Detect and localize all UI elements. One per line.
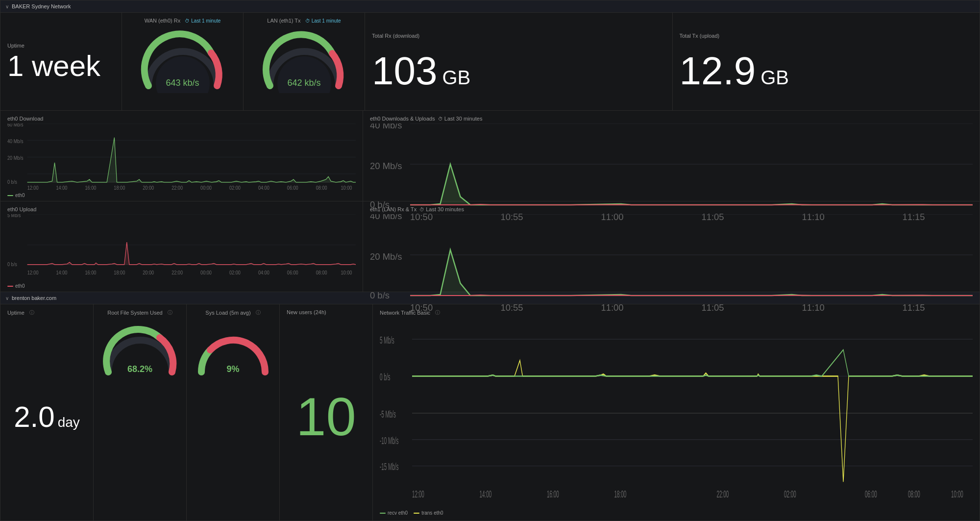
svg-text:0 b/s: 0 b/s	[7, 262, 17, 268]
svg-text:20 Mb/s: 20 Mb/s	[370, 251, 402, 262]
svg-text:00:00: 00:00	[200, 270, 212, 276]
svg-text:11:00: 11:00	[601, 302, 624, 313]
legend-eth0: eth0	[7, 193, 24, 198]
svg-text:10:00: 10:00	[341, 270, 352, 276]
svg-text:08:00: 08:00	[316, 270, 327, 276]
section1-header: ∨ BAKER Sydney Network	[0, 0, 980, 13]
root-fs-value: 68.2%	[127, 364, 152, 374]
network-traffic-panel: Network Traffic Basic ⓘ 5 Mb/s 0 b/s -5 …	[373, 304, 980, 521]
svg-text:11:10: 11:10	[802, 302, 825, 313]
section2-chevron: ∨	[5, 296, 9, 301]
new-users-title: New users (24h)	[287, 309, 326, 315]
eth0-dl-ul-panel: eth0 Downloads & Uploads ⏱ Last 30 minut…	[363, 111, 980, 201]
wan-rx-title: WAN (eth0) Rx ⏱ Last 1 minute	[145, 18, 221, 24]
total-rx-value: 103 GB	[372, 51, 665, 91]
svg-text:10:00: 10:00	[341, 185, 352, 191]
svg-text:00:00: 00:00	[200, 185, 212, 191]
svg-marker-42	[27, 242, 356, 265]
wan-rx-panel: WAN (eth0) Rx ⏱ Last 1 minute 643	[122, 13, 244, 110]
top-row: Uptime 1 week WAN (eth0) Rx ⏱ Last 1 min…	[0, 13, 980, 111]
svg-text:40 Mb/s: 40 Mb/s	[7, 138, 24, 144]
svg-text:22:00: 22:00	[717, 489, 729, 499]
network-traffic-legend: recv eth0 trans eth0	[380, 510, 973, 516]
lan-tx-value: 642 kb/s	[287, 78, 320, 88]
svg-marker-61	[410, 250, 973, 296]
svg-text:20 Mb/s: 20 Mb/s	[370, 161, 402, 171]
eth0-download-chart: 60 Mb/s 40 Mb/s 20 Mb/s 0 b/s 12:00 14:0…	[7, 124, 356, 191]
svg-text:14:00: 14:00	[56, 185, 68, 191]
eth0-upload-title: eth0 Upload	[7, 206, 356, 212]
svg-text:14:00: 14:00	[480, 489, 492, 499]
svg-text:10:55: 10:55	[501, 302, 523, 313]
lan-tx-title: LAN (eth1) Tx ⏱ Last 1 minute	[267, 18, 341, 24]
svg-text:06:00: 06:00	[865, 489, 877, 499]
svg-text:02:00: 02:00	[229, 185, 241, 191]
svg-text:06:00: 06:00	[287, 270, 298, 276]
sys-load-panel: Sys Load (5m avg) ⓘ 9%	[187, 304, 280, 521]
total-tx-value: 12.9 GB	[680, 51, 973, 91]
svg-text:60 Mb/s: 60 Mb/s	[7, 124, 24, 127]
svg-text:12:00: 12:00	[412, 489, 424, 499]
wan-rx-gauge: 643 kb/s	[139, 29, 227, 93]
svg-text:10:50: 10:50	[410, 302, 433, 313]
svg-text:40 Mb/s: 40 Mb/s	[370, 214, 402, 221]
middle-row-2: eth0 Upload 5 Mb/s 0 b/s 12:00 14:00 16:…	[0, 201, 980, 292]
svg-text:12:00: 12:00	[27, 185, 39, 191]
svg-text:18:00: 18:00	[114, 270, 125, 276]
wan-rx-time: ⏱ Last 1 minute	[185, 18, 220, 24]
uptime-value: 1 week	[7, 51, 115, 81]
svg-text:14:00: 14:00	[56, 270, 68, 276]
svg-text:22:00: 22:00	[172, 270, 183, 276]
dashboard: ∨ BAKER Sydney Network Uptime 1 week WAN…	[0, 0, 980, 521]
svg-text:20 Mb/s: 20 Mb/s	[7, 155, 24, 161]
svg-text:-5 Mb/s: -5 Mb/s	[380, 409, 396, 419]
total-rx-title: Total Rx (download)	[372, 33, 665, 39]
svg-text:06:00: 06:00	[287, 185, 298, 191]
section1-title: BAKER Sydney Network	[12, 3, 71, 9]
network-traffic-chart: 5 Mb/s 0 b/s -5 Mb/s -10 Mb/s -15 Mb/s 1…	[380, 318, 973, 508]
new-users-panel: New users (24h) 10	[280, 304, 373, 521]
eth0-download-legend: eth0	[7, 193, 356, 198]
svg-text:0 b/s: 0 b/s	[370, 199, 390, 210]
root-fs-title: Root File System Used ⓘ	[107, 309, 172, 316]
lan-tx-gauge: 642 kb/s	[260, 29, 348, 93]
svg-text:12:00: 12:00	[27, 270, 39, 276]
svg-text:04:00: 04:00	[258, 270, 270, 276]
sys-load-title: Sys Load (5m avg) ⓘ	[205, 309, 260, 316]
eth0-download-panel: eth0 Download 60 Mb/s 40 Mb/s 20 Mb/s 0 …	[0, 111, 363, 201]
chevron-icon: ∨	[5, 4, 9, 9]
eth0-upload-chart: 5 Mb/s 0 b/s 12:00 14:00 16:00 18:00 20:…	[7, 214, 356, 281]
svg-text:16:00: 16:00	[85, 270, 96, 276]
uptime-title: Uptime	[7, 43, 115, 49]
svg-text:5 Mb/s: 5 Mb/s	[7, 214, 21, 218]
svg-text:22:00: 22:00	[172, 185, 183, 191]
svg-text:02:00: 02:00	[229, 270, 241, 276]
svg-text:16:00: 16:00	[547, 489, 559, 499]
svg-text:-10 Mb/s: -10 Mb/s	[380, 435, 399, 446]
svg-text:08:00: 08:00	[316, 185, 327, 191]
root-fs-panel: Root File System Used ⓘ 68.2%	[94, 304, 187, 521]
section2-title: brenton baker.com	[12, 295, 56, 301]
svg-text:11:05: 11:05	[702, 302, 724, 313]
total-rx-panel: Total Rx (download) 103 GB	[365, 13, 673, 110]
total-tx-title: Total Tx (upload)	[680, 33, 973, 39]
svg-text:16:00: 16:00	[85, 185, 96, 191]
svg-text:10:00: 10:00	[951, 489, 963, 499]
eth0-download-title: eth0 Download	[7, 116, 356, 122]
lan-tx-time: ⏱ Last 1 minute	[305, 18, 341, 24]
svg-marker-11	[27, 138, 356, 182]
bottom-uptime-value: 2.0 day	[14, 400, 80, 434]
svg-text:0 b/s: 0 b/s	[380, 372, 391, 382]
sys-load-value: 9%	[226, 364, 239, 374]
middle-row-1: eth0 Download 60 Mb/s 40 Mb/s 20 Mb/s 0 …	[0, 111, 980, 201]
bottom-uptime-panel: Uptime ⓘ 2.0 day	[0, 304, 94, 521]
bottom-uptime-title: Uptime ⓘ	[7, 309, 86, 316]
eth0-upload-panel: eth0 Upload 5 Mb/s 0 b/s 12:00 14:00 16:…	[0, 201, 363, 292]
svg-text:0 b/s: 0 b/s	[7, 179, 17, 185]
svg-text:18:00: 18:00	[114, 185, 125, 191]
svg-text:20:00: 20:00	[143, 185, 154, 191]
total-tx-panel: Total Tx (upload) 12.9 GB	[673, 13, 980, 110]
lan-tx-panel: LAN (eth1) Tx ⏱ Last 1 minute 642 kb/s	[244, 13, 365, 110]
svg-text:18:00: 18:00	[614, 489, 627, 499]
svg-marker-30	[410, 164, 973, 205]
